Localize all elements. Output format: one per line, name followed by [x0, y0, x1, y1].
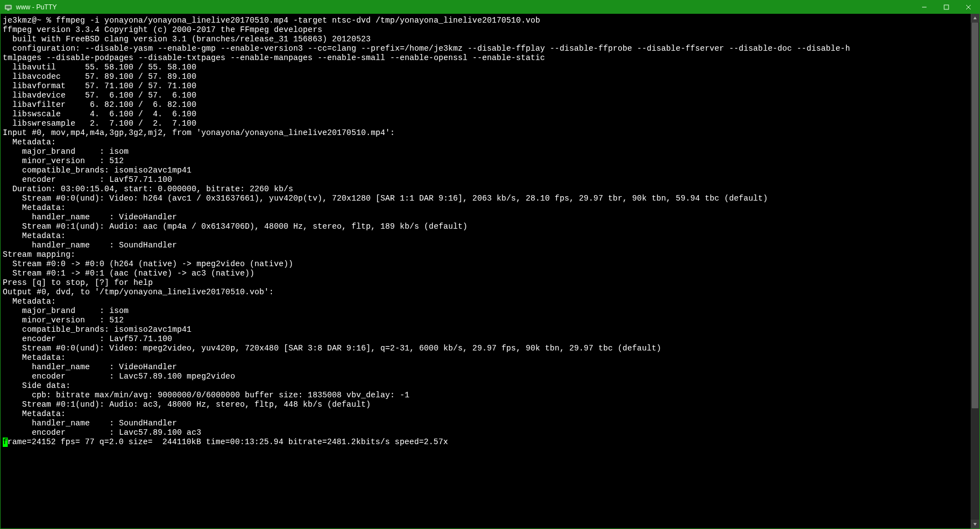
terminal-line: cpb: bitrate max/min/avg: 9000000/0/6000… [3, 391, 968, 400]
terminal-line: Stream #0:0(und): Video: h264 (avc1 / 0x… [3, 194, 968, 203]
terminal-line: Stream #0:1(und): Audio: aac (mp4a / 0x6… [3, 222, 968, 231]
terminal-line: libavfilter 6. 82.100 / 6. 82.100 [3, 100, 968, 110]
terminal-line: Side data: [3, 381, 968, 391]
svg-rect-4 [944, 5, 949, 9]
terminal-line: Metadata: [3, 203, 968, 213]
terminal-line: libavutil 55. 58.100 / 55. 58.100 [3, 63, 968, 72]
terminal-line: Duration: 03:00:15.04, start: 0.000000, … [3, 185, 968, 194]
minimize-button[interactable] [913, 1, 935, 14]
terminal-line: Stream mapping: [3, 250, 968, 260]
window-title: www - PuTTY [16, 3, 57, 12]
terminal-line: major_brand : isom [3, 306, 968, 316]
terminal-line: encoder : Lavc57.89.100 mpeg2video [3, 372, 968, 381]
terminal-line: minor_version : 512 [3, 316, 968, 325]
terminal-line: encoder : Lavc57.89.100 ac3 [3, 428, 968, 438]
terminal-area[interactable]: je3kmz@~ % ffmpeg -i yonayona/yonayona_l… [1, 14, 971, 528]
terminal-line: tmlpages --disable-podpages --disable-tx… [3, 53, 968, 63]
svg-marker-7 [973, 17, 977, 19]
terminal-line: Metadata: [3, 297, 968, 306]
terminal-cursor: f [3, 438, 8, 447]
terminal-line: Stream #0:0(und): Video: mpeg2video, yuv… [3, 344, 968, 353]
terminal-line: handler_name : VideoHandler [3, 363, 968, 372]
terminal-line: libswresample 2. 7.100 / 2. 7.100 [3, 119, 968, 128]
close-button[interactable] [957, 1, 979, 14]
putty-window: www - PuTTY je3kmz@~ % ffmpeg -i yonayon… [0, 0, 980, 529]
terminal-line: built with FreeBSD clang version 3.1 (br… [3, 35, 968, 44]
terminal-line: libswscale 4. 6.100 / 4. 6.100 [3, 110, 968, 119]
terminal-line: Output #0, dvd, to '/tmp/yonayona_lineli… [3, 288, 968, 297]
terminal-line: major_brand : isom [3, 147, 968, 156]
terminal-status-line: frame=24152 fps= 77 q=2.0 size= 244110kB… [3, 438, 968, 447]
scroll-track[interactable] [971, 23, 979, 520]
terminal-status-text: rame=24152 fps= 77 q=2.0 size= 244110kB … [8, 438, 448, 446]
terminal-line: encoder : Lavf57.71.100 [3, 334, 968, 344]
maximize-button[interactable] [935, 1, 957, 14]
terminal-line: Stream #0:0 -> #0:0 (h264 (native) -> mp… [3, 260, 968, 269]
terminal-line: Press [q] to stop, [?] for help [3, 278, 968, 288]
scrollbar[interactable] [971, 14, 979, 528]
terminal-line: Metadata: [3, 353, 968, 363]
terminal-line: Metadata: [3, 138, 968, 147]
terminal-line: minor_version : 512 [3, 156, 968, 166]
terminal-line: je3kmz@~ % ffmpeg -i yonayona/yonayona_l… [3, 16, 968, 25]
titlebar[interactable]: www - PuTTY [1, 1, 979, 14]
terminal-line: configuration: --disable-yasm --enable-g… [3, 44, 968, 53]
putty-icon [4, 3, 13, 12]
scroll-thumb[interactable] [972, 23, 978, 408]
scroll-down-button[interactable] [971, 520, 979, 528]
terminal-line: libavcodec 57. 89.100 / 57. 89.100 [3, 72, 968, 82]
terminal-line: Input #0, mov,mp4,m4a,3gp,3g2,mj2, from … [3, 128, 968, 138]
scroll-up-button[interactable] [971, 14, 979, 23]
terminal-line: compatible_brands: isomiso2avc1mp41 [3, 325, 968, 334]
terminal-line: ffmpeg version 3.3.4 Copyright (c) 2000-… [3, 25, 968, 35]
svg-rect-2 [7, 10, 9, 11]
terminal-line: handler_name : VideoHandler [3, 213, 968, 222]
terminal-line: compatible_brands: isomiso2avc1mp41 [3, 166, 968, 175]
terminal-line: libavformat 57. 71.100 / 57. 71.100 [3, 82, 968, 91]
terminal-line: Metadata: [3, 409, 968, 419]
terminal-line: Stream #0:1(und): Audio: ac3, 48000 Hz, … [3, 400, 968, 409]
terminal-line: libavdevice 57. 6.100 / 57. 6.100 [3, 91, 968, 100]
svg-rect-1 [6, 6, 11, 9]
terminal-line: Metadata: [3, 231, 968, 241]
terminal-line: encoder : Lavf57.71.100 [3, 175, 968, 185]
terminal-line: handler_name : SoundHandler [3, 241, 968, 250]
terminal-line: handler_name : SoundHandler [3, 419, 968, 428]
svg-marker-8 [973, 523, 977, 526]
terminal-line: Stream #0:1 -> #0:1 (aac (native) -> ac3… [3, 269, 968, 278]
